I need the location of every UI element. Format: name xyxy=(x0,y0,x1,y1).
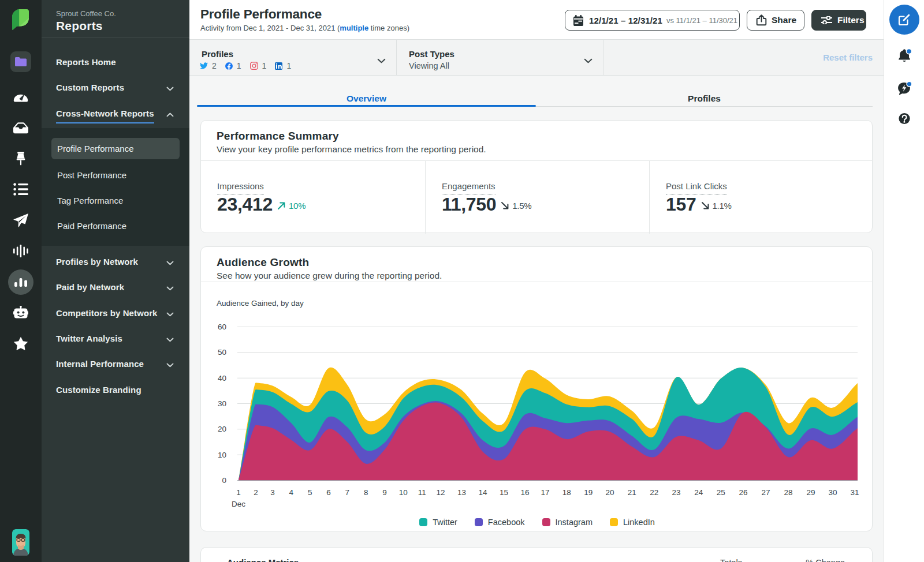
svg-text:19: 19 xyxy=(584,488,593,497)
svg-text:7: 7 xyxy=(345,488,350,497)
svg-text:17: 17 xyxy=(541,488,549,497)
svg-text:16: 16 xyxy=(520,488,529,497)
svg-text:21: 21 xyxy=(628,488,636,497)
svg-text:27: 27 xyxy=(761,488,770,497)
svg-text:6: 6 xyxy=(326,488,331,497)
svg-text:10: 10 xyxy=(399,488,408,497)
svg-text:13: 13 xyxy=(457,488,466,497)
svg-text:14: 14 xyxy=(478,488,487,497)
svg-text:Dec: Dec xyxy=(232,500,245,508)
svg-text:60: 60 xyxy=(218,323,226,331)
svg-text:2: 2 xyxy=(254,488,258,497)
svg-text:25: 25 xyxy=(717,488,725,497)
svg-text:26: 26 xyxy=(739,488,747,497)
svg-text:29: 29 xyxy=(806,488,815,497)
svg-text:30: 30 xyxy=(828,488,837,497)
svg-text:50: 50 xyxy=(218,348,226,357)
svg-text:28: 28 xyxy=(784,488,792,497)
svg-text:31: 31 xyxy=(850,488,859,497)
svg-text:0: 0 xyxy=(222,476,226,485)
svg-text:12: 12 xyxy=(436,488,445,497)
svg-text:15: 15 xyxy=(500,488,508,497)
svg-text:20: 20 xyxy=(218,425,226,433)
svg-text:1: 1 xyxy=(236,488,241,497)
svg-text:3: 3 xyxy=(270,488,275,497)
svg-text:23: 23 xyxy=(672,488,680,497)
svg-text:5: 5 xyxy=(308,488,312,497)
svg-text:8: 8 xyxy=(364,488,368,497)
svg-text:11: 11 xyxy=(418,488,426,497)
svg-text:10: 10 xyxy=(218,451,226,459)
svg-text:4: 4 xyxy=(289,488,294,497)
svg-text:40: 40 xyxy=(218,374,226,383)
svg-text:20: 20 xyxy=(605,488,614,497)
svg-text:18: 18 xyxy=(562,488,571,497)
svg-text:30: 30 xyxy=(218,399,226,408)
svg-text:24: 24 xyxy=(694,488,703,497)
svg-text:9: 9 xyxy=(382,488,387,497)
svg-text:22: 22 xyxy=(650,488,658,497)
